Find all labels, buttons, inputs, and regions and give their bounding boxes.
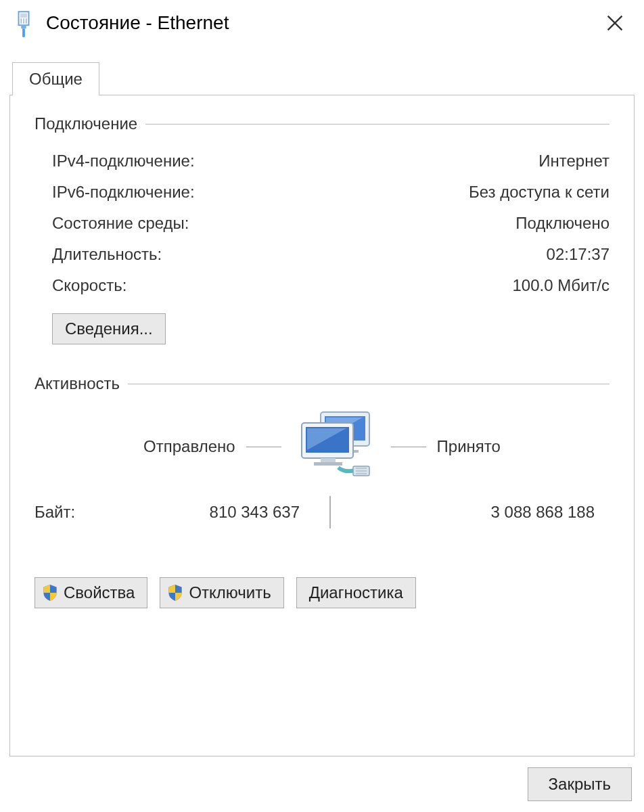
activity-group-header: Активность bbox=[34, 374, 610, 393]
media-state-row: Состояние среды: Подключено bbox=[52, 208, 610, 239]
close-button[interactable] bbox=[603, 11, 627, 35]
duration-value: 02:17:37 bbox=[547, 245, 610, 264]
bytes-received-value: 3 088 868 188 bbox=[348, 503, 610, 522]
ethernet-connector-icon bbox=[14, 11, 34, 35]
network-computers-icon bbox=[292, 409, 380, 484]
ipv4-value: Интернет bbox=[538, 152, 610, 171]
tabs-container: Общие Подключение IPv4-подключение: Инте… bbox=[9, 62, 635, 757]
window-title: Состояние - Ethernet bbox=[46, 12, 603, 34]
divider bbox=[329, 496, 331, 528]
ipv6-row: IPv6-подключение: Без доступа к сети bbox=[52, 177, 610, 208]
svg-rect-17 bbox=[321, 458, 336, 462]
sent-label: Отправлено bbox=[143, 437, 235, 456]
action-buttons: Свойства Отключить Диагностика bbox=[34, 577, 610, 608]
speed-value: 100.0 Мбит/с bbox=[512, 276, 610, 295]
activity-group-title: Активность bbox=[34, 374, 120, 393]
tab-general[interactable]: Общие bbox=[12, 62, 99, 95]
ipv4-row: IPv4-подключение: Интернет bbox=[52, 145, 610, 177]
diagnose-button[interactable]: Диагностика bbox=[296, 577, 416, 608]
svg-rect-1 bbox=[20, 14, 27, 18]
duration-label: Длительность: bbox=[52, 245, 162, 264]
dialog-footer: Закрыть bbox=[0, 757, 644, 812]
bytes-sent-value: 810 343 637 bbox=[129, 503, 312, 522]
disable-button[interactable]: Отключить bbox=[160, 577, 283, 608]
tab-panel-general: Подключение IPv4-подключение: Интернет I… bbox=[9, 95, 635, 757]
ipv6-value: Без доступа к сети bbox=[469, 183, 610, 202]
divider bbox=[391, 447, 426, 447]
close-icon bbox=[606, 14, 624, 32]
details-button[interactable]: Сведения... bbox=[52, 313, 166, 344]
connection-group-header: Подключение bbox=[34, 114, 610, 133]
svg-rect-18 bbox=[314, 462, 342, 466]
activity-graphic: Отправлено bbox=[34, 409, 610, 484]
titlebar: Состояние - Ethernet bbox=[0, 0, 644, 46]
ipv6-label: IPv6-подключение: bbox=[52, 183, 195, 202]
media-state-label: Состояние среды: bbox=[52, 214, 189, 233]
divider bbox=[246, 447, 281, 447]
ipv4-label: IPv4-подключение: bbox=[52, 152, 195, 171]
bytes-row: Байт: 810 343 637 3 088 868 188 bbox=[34, 496, 610, 528]
disable-button-label: Отключить bbox=[189, 583, 271, 602]
duration-row: Длительность: 02:17:37 bbox=[52, 239, 610, 270]
properties-button[interactable]: Свойства bbox=[34, 577, 147, 608]
bytes-label: Байт: bbox=[34, 503, 129, 522]
speed-label: Скорость: bbox=[52, 276, 127, 295]
connection-group-title: Подключение bbox=[34, 114, 137, 133]
properties-button-label: Свойства bbox=[64, 583, 135, 602]
media-state-value: Подключено bbox=[515, 214, 610, 233]
speed-row: Скорость: 100.0 Мбит/с bbox=[52, 270, 610, 301]
divider bbox=[128, 384, 610, 384]
divider bbox=[145, 124, 610, 125]
uac-shield-icon bbox=[166, 583, 185, 602]
status-window: Состояние - Ethernet Общие Подключение I… bbox=[0, 0, 644, 812]
uac-shield-icon bbox=[41, 583, 60, 602]
close-dialog-button[interactable]: Закрыть bbox=[528, 767, 632, 801]
received-label: Принято bbox=[437, 437, 501, 456]
svg-rect-5 bbox=[21, 25, 26, 28]
